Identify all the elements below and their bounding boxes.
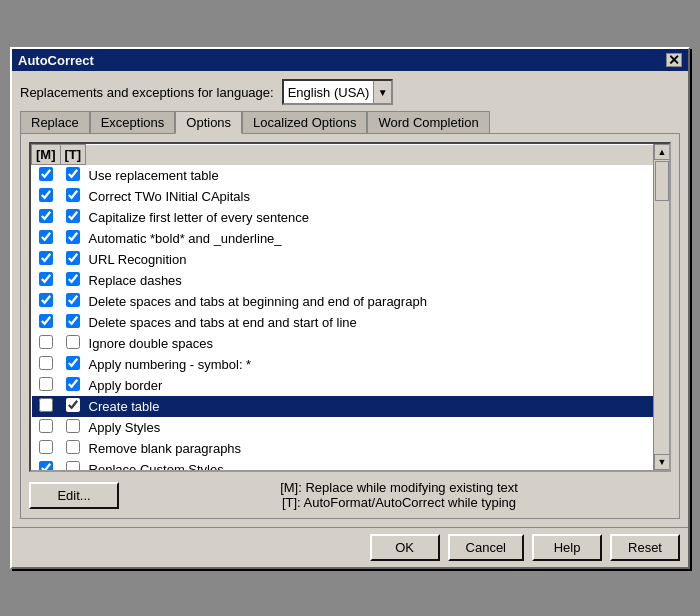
checkbox-t[interactable]	[66, 251, 80, 265]
checkbox-m[interactable]	[39, 356, 53, 370]
checkbox-t[interactable]	[66, 272, 80, 286]
col-t-cell	[60, 165, 86, 187]
checkbox-t[interactable]	[66, 314, 80, 328]
col-t-cell	[60, 291, 86, 312]
checkbox-t[interactable]	[66, 461, 80, 470]
checkbox-m[interactable]	[39, 230, 53, 244]
tab-replace[interactable]: Replace	[20, 111, 90, 134]
help-button[interactable]: Help	[532, 534, 602, 561]
table-row: Replace Custom Styles	[32, 459, 654, 470]
table-row: Delete spaces and tabs at end and start …	[32, 312, 654, 333]
checkbox-m[interactable]	[39, 251, 53, 265]
col-t-cell	[60, 186, 86, 207]
checkbox-m[interactable]	[39, 209, 53, 223]
col-t-cell	[60, 333, 86, 354]
title-bar: AutoCorrect ✕	[12, 49, 688, 71]
dialog-footer: OK Cancel Help Reset	[12, 527, 688, 567]
row-label: Correct TWo INitial CApitals	[86, 186, 653, 207]
col-m-cell	[32, 333, 61, 354]
checkbox-m[interactable]	[39, 419, 53, 433]
col-m-cell	[32, 375, 61, 396]
scroll-up-button[interactable]: ▲	[654, 144, 670, 160]
checkbox-t[interactable]	[66, 293, 80, 307]
scroll-thumb[interactable]	[655, 161, 669, 201]
checkbox-m[interactable]	[39, 293, 53, 307]
language-value: English (USA)	[284, 83, 374, 102]
row-label: Remove blank paragraphs	[86, 438, 653, 459]
checkbox-m[interactable]	[39, 272, 53, 286]
col-m-cell	[32, 207, 61, 228]
row-label: URL Recognition	[86, 249, 653, 270]
checkbox-t[interactable]	[66, 230, 80, 244]
table-row: Replace dashes	[32, 270, 654, 291]
close-button[interactable]: ✕	[666, 53, 682, 67]
checkbox-t[interactable]	[66, 356, 80, 370]
language-row: Replacements and exceptions for language…	[20, 79, 680, 105]
tab-content: [M] [T] Use replacement tableCorrect TWo…	[20, 133, 680, 519]
reset-button[interactable]: Reset	[610, 534, 680, 561]
row-label: Apply border	[86, 375, 653, 396]
col-m-cell	[32, 165, 61, 187]
col-m-cell	[32, 417, 61, 438]
col-m-cell	[32, 291, 61, 312]
row-label: Delete spaces and tabs at end and start …	[86, 312, 653, 333]
col-t-cell	[60, 438, 86, 459]
language-select[interactable]: English (USA) ▼	[282, 79, 394, 105]
checkbox-t[interactable]	[66, 335, 80, 349]
scroll-track	[654, 160, 669, 454]
checkbox-m[interactable]	[39, 188, 53, 202]
tab-exceptions[interactable]: Exceptions	[90, 111, 176, 134]
ok-button[interactable]: OK	[370, 534, 440, 561]
table-row: Apply border	[32, 375, 654, 396]
checkbox-m[interactable]	[39, 398, 53, 412]
checkbox-m[interactable]	[39, 314, 53, 328]
checkbox-t[interactable]	[66, 377, 80, 391]
col-t-cell	[60, 270, 86, 291]
table-row: Capitalize first letter of every sentenc…	[32, 207, 654, 228]
table-row: Apply numbering - symbol: *	[32, 354, 654, 375]
checkbox-m[interactable]	[39, 461, 53, 470]
col-t-cell	[60, 375, 86, 396]
checkbox-t[interactable]	[66, 188, 80, 202]
row-label: Replace dashes	[86, 270, 653, 291]
row-label: Apply numbering - symbol: *	[86, 354, 653, 375]
col-label-header	[86, 145, 653, 165]
checkbox-t[interactable]	[66, 419, 80, 433]
checkbox-t[interactable]	[66, 398, 80, 412]
table-header: [M] [T]	[32, 145, 654, 165]
checkbox-m[interactable]	[39, 377, 53, 391]
row-label: Replace Custom Styles	[86, 459, 653, 470]
col-m-cell	[32, 312, 61, 333]
dialog-body: Replacements and exceptions for language…	[12, 71, 688, 527]
language-dropdown-arrow[interactable]: ▼	[373, 81, 391, 103]
scroll-down-button[interactable]: ▼	[654, 454, 670, 470]
tab-options[interactable]: Options	[175, 111, 242, 134]
checkbox-t[interactable]	[66, 440, 80, 454]
row-label: Delete spaces and tabs at beginning and …	[86, 291, 653, 312]
col-m-cell	[32, 354, 61, 375]
checkbox-t[interactable]	[66, 209, 80, 223]
scrollbar: ▲ ▼	[653, 144, 669, 470]
legend-t: [T]: AutoFormat/AutoCorrect while typing	[127, 495, 671, 510]
dialog-title: AutoCorrect	[18, 53, 94, 68]
col-t-cell	[60, 207, 86, 228]
col-t-cell	[60, 417, 86, 438]
col-m-cell	[32, 459, 61, 470]
row-label: Apply Styles	[86, 417, 653, 438]
edit-button[interactable]: Edit...	[29, 482, 119, 509]
col-m-cell	[32, 186, 61, 207]
cancel-button[interactable]: Cancel	[448, 534, 524, 561]
autocorrect-dialog: AutoCorrect ✕ Replacements and exception…	[10, 47, 690, 569]
tab-word-completion[interactable]: Word Completion	[367, 111, 489, 134]
col-m-cell	[32, 396, 61, 417]
col-m-header: [M]	[32, 145, 61, 165]
col-t-cell	[60, 312, 86, 333]
row-label: Capitalize first letter of every sentenc…	[86, 207, 653, 228]
col-t-header: [T]	[60, 145, 86, 165]
tab-localized-options[interactable]: Localized Options	[242, 111, 367, 134]
options-table: [M] [T] Use replacement tableCorrect TWo…	[31, 144, 653, 470]
checkbox-m[interactable]	[39, 167, 53, 181]
checkbox-m[interactable]	[39, 335, 53, 349]
checkbox-m[interactable]	[39, 440, 53, 454]
checkbox-t[interactable]	[66, 167, 80, 181]
